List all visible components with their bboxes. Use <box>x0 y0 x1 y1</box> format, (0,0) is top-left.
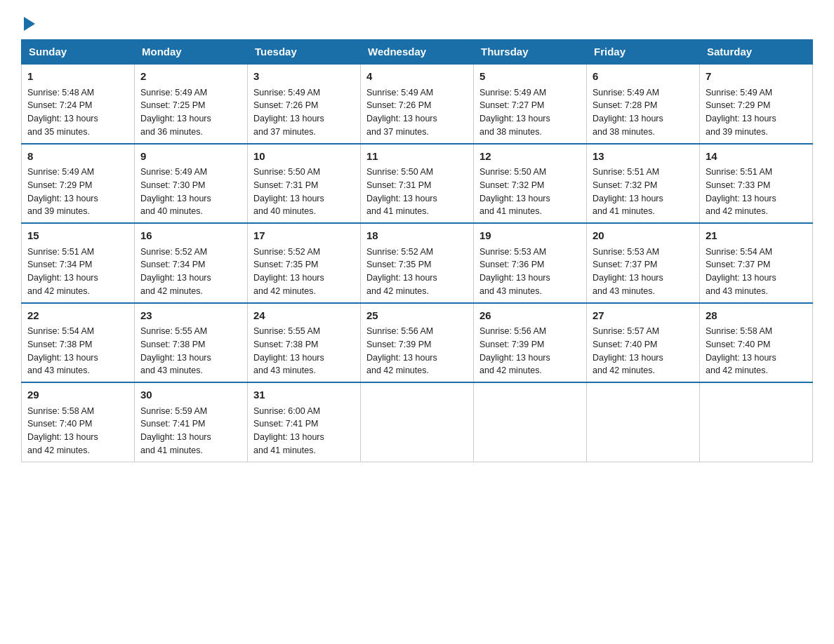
col-header-wednesday: Wednesday <box>361 40 474 65</box>
daylight-minutes: and 41 minutes. <box>479 206 542 216</box>
sunrise-label: Sunrise: 5:49 AM <box>27 167 94 177</box>
day-number: 11 <box>366 149 468 165</box>
daylight-label: Daylight: 13 hours <box>593 194 663 203</box>
daylight-label: Daylight: 13 hours <box>27 114 98 123</box>
daylight-minutes: and 39 minutes. <box>27 206 90 216</box>
calendar-cell: 19 Sunrise: 5:53 AM Sunset: 7:36 PM Dayl… <box>474 223 587 303</box>
sunrise-label: Sunrise: 5:49 AM <box>706 88 772 98</box>
calendar-cell: 16 Sunrise: 5:52 AM Sunset: 7:34 PM Dayl… <box>135 223 248 303</box>
day-number: 23 <box>140 308 241 324</box>
calendar-week-row: 8 Sunrise: 5:49 AM Sunset: 7:29 PM Dayli… <box>22 144 813 224</box>
sunset-label: Sunset: 7:32 PM <box>593 180 657 190</box>
calendar-cell: 24 Sunrise: 5:55 AM Sunset: 7:38 PM Dayl… <box>248 303 361 383</box>
calendar-cell <box>700 382 813 462</box>
sunrise-label: Sunrise: 5:58 AM <box>706 326 772 336</box>
daylight-label: Daylight: 13 hours <box>253 432 324 442</box>
daylight-label: Daylight: 13 hours <box>366 353 437 363</box>
daylight-label: Daylight: 13 hours <box>140 114 211 123</box>
day-number: 6 <box>593 69 694 85</box>
day-number: 12 <box>479 149 581 165</box>
sunrise-label: Sunrise: 5:51 AM <box>706 167 772 177</box>
calendar-week-row: 15 Sunrise: 5:51 AM Sunset: 7:34 PM Dayl… <box>22 223 813 303</box>
logo <box>21 14 35 28</box>
day-number: 21 <box>706 228 807 244</box>
sunset-label: Sunset: 7:29 PM <box>706 100 770 110</box>
calendar-cell: 14 Sunrise: 5:51 AM Sunset: 7:33 PM Dayl… <box>700 144 813 224</box>
sunset-label: Sunset: 7:34 PM <box>140 260 205 269</box>
calendar-cell: 10 Sunrise: 5:50 AM Sunset: 7:31 PM Dayl… <box>248 144 361 224</box>
sunset-label: Sunset: 7:26 PM <box>253 100 318 110</box>
daylight-minutes: and 42 minutes. <box>27 286 90 296</box>
sunset-label: Sunset: 7:40 PM <box>593 340 657 349</box>
sunrise-label: Sunrise: 5:54 AM <box>706 247 772 257</box>
calendar-cell: 5 Sunrise: 5:49 AM Sunset: 7:27 PM Dayli… <box>474 64 587 144</box>
sunset-label: Sunset: 7:32 PM <box>479 180 544 190</box>
sunrise-label: Sunrise: 5:53 AM <box>479 247 546 257</box>
sunrise-label: Sunrise: 5:49 AM <box>593 88 659 98</box>
daylight-label: Daylight: 13 hours <box>706 273 776 283</box>
daylight-label: Daylight: 13 hours <box>253 114 324 123</box>
daylight-label: Daylight: 13 hours <box>593 114 663 123</box>
calendar-cell: 18 Sunrise: 5:52 AM Sunset: 7:35 PM Dayl… <box>361 223 474 303</box>
calendar-cell: 21 Sunrise: 5:54 AM Sunset: 7:37 PM Dayl… <box>700 223 813 303</box>
daylight-label: Daylight: 13 hours <box>366 273 437 283</box>
day-number: 28 <box>706 308 807 324</box>
day-number: 25 <box>366 308 468 324</box>
calendar-week-row: 22 Sunrise: 5:54 AM Sunset: 7:38 PM Dayl… <box>22 303 813 383</box>
day-number: 15 <box>27 228 128 244</box>
daylight-minutes: and 42 minutes. <box>479 365 542 375</box>
page-header <box>21 14 813 28</box>
day-number: 3 <box>253 69 355 85</box>
sunrise-label: Sunrise: 5:50 AM <box>253 167 320 177</box>
sunrise-label: Sunrise: 5:55 AM <box>253 326 320 336</box>
sunset-label: Sunset: 7:31 PM <box>366 180 431 190</box>
daylight-label: Daylight: 13 hours <box>27 353 98 363</box>
daylight-label: Daylight: 13 hours <box>253 194 324 203</box>
calendar-cell: 17 Sunrise: 5:52 AM Sunset: 7:35 PM Dayl… <box>248 223 361 303</box>
sunrise-label: Sunrise: 5:49 AM <box>140 167 207 177</box>
day-number: 30 <box>140 387 241 403</box>
daylight-label: Daylight: 13 hours <box>140 432 211 442</box>
daylight-minutes: and 42 minutes. <box>253 286 316 296</box>
daylight-minutes: and 42 minutes. <box>366 365 429 375</box>
daylight-minutes: and 38 minutes. <box>479 127 542 137</box>
sunset-label: Sunset: 7:39 PM <box>479 340 544 349</box>
sunrise-label: Sunrise: 6:00 AM <box>253 406 320 416</box>
sunrise-label: Sunrise: 5:49 AM <box>140 88 207 98</box>
calendar-cell: 15 Sunrise: 5:51 AM Sunset: 7:34 PM Dayl… <box>22 223 135 303</box>
calendar-cell: 6 Sunrise: 5:49 AM Sunset: 7:28 PM Dayli… <box>587 64 700 144</box>
daylight-minutes: and 37 minutes. <box>253 127 316 137</box>
daylight-label: Daylight: 13 hours <box>593 353 663 363</box>
sunset-label: Sunset: 7:38 PM <box>27 340 92 349</box>
daylight-label: Daylight: 13 hours <box>140 353 211 363</box>
sunrise-label: Sunrise: 5:56 AM <box>366 326 433 336</box>
daylight-minutes: and 42 minutes. <box>27 445 90 455</box>
daylight-minutes: and 40 minutes. <box>253 206 316 216</box>
sunset-label: Sunset: 7:38 PM <box>253 340 318 349</box>
day-number: 10 <box>253 149 355 165</box>
day-number: 9 <box>140 149 241 165</box>
sunrise-label: Sunrise: 5:54 AM <box>27 326 94 336</box>
sunrise-label: Sunrise: 5:57 AM <box>593 326 659 336</box>
daylight-minutes: and 43 minutes. <box>479 286 542 296</box>
daylight-label: Daylight: 13 hours <box>593 273 663 283</box>
calendar-cell: 23 Sunrise: 5:55 AM Sunset: 7:38 PM Dayl… <box>135 303 248 383</box>
daylight-minutes: and 39 minutes. <box>706 127 768 137</box>
calendar-week-row: 29 Sunrise: 5:58 AM Sunset: 7:40 PM Dayl… <box>22 382 813 462</box>
daylight-minutes: and 43 minutes. <box>706 286 768 296</box>
calendar-cell <box>474 382 587 462</box>
daylight-minutes: and 42 minutes. <box>706 206 768 216</box>
col-header-monday: Monday <box>135 40 248 65</box>
daylight-minutes: and 37 minutes. <box>366 127 429 137</box>
daylight-label: Daylight: 13 hours <box>706 353 776 363</box>
daylight-minutes: and 38 minutes. <box>593 127 655 137</box>
daylight-minutes: and 42 minutes. <box>140 286 203 296</box>
daylight-minutes: and 43 minutes. <box>140 365 203 375</box>
day-number: 1 <box>27 69 128 85</box>
daylight-label: Daylight: 13 hours <box>479 273 550 283</box>
calendar-cell: 20 Sunrise: 5:53 AM Sunset: 7:37 PM Dayl… <box>587 223 700 303</box>
day-number: 29 <box>27 387 128 403</box>
sunset-label: Sunset: 7:28 PM <box>593 100 657 110</box>
calendar-cell: 30 Sunrise: 5:59 AM Sunset: 7:41 PM Dayl… <box>135 382 248 462</box>
day-number: 2 <box>140 69 241 85</box>
